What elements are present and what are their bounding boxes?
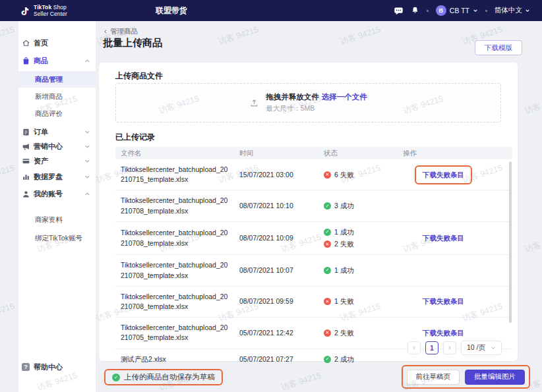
file-name-cell: Tiktoksellercenter_batchupload_20210705_… xyxy=(121,323,239,343)
topnav-affiliate[interactable]: 联盟带货 xyxy=(156,5,187,16)
products-icon xyxy=(22,57,30,65)
status-label: 1 成功 xyxy=(334,266,354,275)
table-header: 文件名 时间 状态 操作 xyxy=(115,147,512,159)
sidebar-item-label: 营销中心 xyxy=(34,142,63,152)
language-selector[interactable]: 简体中文 xyxy=(495,6,530,15)
table-scrollbar[interactable] xyxy=(509,161,512,323)
download-template-button[interactable]: 下载模版 xyxy=(475,40,522,55)
time-cell: 05/07/2021 12:42 xyxy=(239,328,324,338)
bar-chart-icon xyxy=(22,173,30,181)
top-bar: TikTok Shop Seller Center 联盟带货 B CB TT 简… xyxy=(0,0,542,21)
col-status: 状态 xyxy=(324,149,403,158)
download-failed-link[interactable]: 下载失败条目 xyxy=(423,329,464,337)
batch-upload-card: 上传商品文件 拖拽并释放文件选择一个文件 最大尺寸：5MB 已上传记录 文件名 … xyxy=(99,63,518,361)
max-size-label: 最大尺寸：5MB xyxy=(266,104,367,113)
success-icon: ✓ xyxy=(112,374,120,381)
upload-dropzone[interactable]: 拖拽并释放文件选择一个文件 最大尺寸：5MB xyxy=(115,83,501,123)
page-size-select[interactable]: 10 /页 xyxy=(461,341,502,355)
success-icon: ✓ xyxy=(324,356,331,363)
chevron-down-icon xyxy=(473,8,478,13)
file-name-cell: Tiktoksellercenter_batchupload_20210708_… xyxy=(121,228,239,248)
account-name: CB TT xyxy=(450,7,469,14)
watermark: 访客 94215 xyxy=(0,301,16,325)
sidebar-item-label: 帮助中心 xyxy=(34,362,63,372)
upload-icon xyxy=(249,98,259,108)
sidebar-item-product-manage[interactable]: 商品管理 xyxy=(18,71,96,88)
next-page-button[interactable] xyxy=(443,341,456,354)
time-cell: 08/07/2021 10:07 xyxy=(239,266,324,275)
status-cell: ✕6 失败 xyxy=(324,170,403,180)
action-cell: 下载失败条目 xyxy=(403,233,512,243)
avatar: B xyxy=(436,5,446,16)
file-name-cell: 测试产品2.xlsx xyxy=(121,354,239,364)
table-row: Tiktoksellercenter_batchupload_20210708_… xyxy=(115,190,512,221)
status-label: 2 成功 xyxy=(334,354,354,364)
sidebar-item-label: 我的账号 xyxy=(34,189,63,199)
status-fail: ✕1 失败 xyxy=(324,296,403,306)
file-name-cell: Tiktoksellercenter_batchupload_20210708_… xyxy=(121,292,239,312)
watermark: 访客 94215 xyxy=(524,94,542,117)
breadcrumb-back[interactable]: 管理商品 xyxy=(103,27,138,36)
auto-save-note: ✓ 上传的商品自动保存为草稿 xyxy=(104,369,223,385)
message-icon[interactable] xyxy=(394,6,404,16)
sidebar-item-label: 资产 xyxy=(34,156,48,166)
download-failed-link[interactable]: 下载失败条目 xyxy=(423,234,464,242)
chevron-down-icon xyxy=(525,8,530,13)
account-menu[interactable]: B CB TT xyxy=(436,5,478,16)
watermark: 访客 94215 xyxy=(217,24,260,48)
fail-icon: ✕ xyxy=(324,171,331,179)
upload-section-label: 上传商品文件 xyxy=(115,70,163,82)
status-label: 3 成功 xyxy=(334,201,354,211)
divider xyxy=(485,10,487,12)
current-page[interactable]: 1 xyxy=(425,341,438,354)
status-label: 2 失败 xyxy=(334,328,354,338)
pagination: 1 10 /页 xyxy=(407,341,502,355)
batch-edit-images-button[interactable]: 批量编辑图片 xyxy=(465,370,525,385)
status-label: 6 失败 xyxy=(334,170,354,180)
tiktok-shop-logo[interactable]: TikTok Shop Seller Center xyxy=(20,4,67,17)
records-section-label: 已上传记录 xyxy=(115,132,155,143)
sidebar-item-label: 订单 xyxy=(34,127,48,137)
watermark: 访客 94215 xyxy=(339,24,382,48)
chevron-down-icon xyxy=(84,158,90,164)
fail-icon: ✕ xyxy=(324,329,331,337)
sidebar-item-assets[interactable]: 资产 xyxy=(18,154,96,168)
go-drafts-button[interactable]: 前往草稿页 xyxy=(407,370,460,385)
bell-icon[interactable] xyxy=(411,6,419,15)
watermark: 访客 94215 xyxy=(280,370,322,392)
auto-save-note-label: 上传的商品自动保存为草稿 xyxy=(124,372,215,382)
sidebar-item-data-compass[interactable]: 数据罗盘 xyxy=(18,169,96,184)
status-fail: ✕2 失败 xyxy=(324,239,403,249)
time-cell: 08/07/2021 10:10 xyxy=(239,201,324,211)
sidebar-item-product-review[interactable]: 商品评价 xyxy=(18,107,96,121)
col-time: 时间 xyxy=(239,149,324,158)
sidebar-item-label: 商品 xyxy=(34,56,48,66)
sidebar-item-orders[interactable]: 订单 xyxy=(18,125,96,139)
sidebar-item-merchant-profile[interactable]: 商家资料 xyxy=(18,213,96,227)
col-filename: 文件名 xyxy=(121,149,239,158)
sidebar-item-bind-tiktok[interactable]: 绑定TikTok账号 xyxy=(18,231,96,246)
chevron-up-icon xyxy=(84,58,90,64)
sidebar-item-label: 首页 xyxy=(34,38,48,48)
choose-file-link[interactable]: 选择一个文件 xyxy=(322,93,367,101)
sidebar-item-my-account[interactable]: 我的账号 xyxy=(18,186,96,201)
sidebar-item-product-new[interactable]: 新增商品 xyxy=(18,90,96,104)
fail-icon: ✕ xyxy=(324,298,331,305)
tiktok-note-icon xyxy=(20,5,30,16)
status-label: 1 成功 xyxy=(334,227,354,237)
download-failed-link[interactable]: 下载失败条目 xyxy=(423,297,464,305)
sidebar: 首页 商品 商品管理 新增商品 商品评价 订单 营销中心 资产 数据罗盘 我的账… xyxy=(18,21,96,392)
status-success: ✓1 成功 xyxy=(324,266,403,275)
sidebar-item-help-center[interactable]: ? 帮助中心 xyxy=(18,360,96,374)
prev-page-button[interactable] xyxy=(407,341,421,354)
sidebar-item-home[interactable]: 首页 xyxy=(18,36,96,50)
status-cell: ✕1 失败 xyxy=(324,296,403,306)
sidebar-item-products[interactable]: 商品 xyxy=(18,53,96,68)
help-icon: ? xyxy=(22,363,30,371)
file-name-cell: Tiktoksellercenter_batchupload_20210708_… xyxy=(121,196,239,215)
sidebar-item-marketing[interactable]: 营销中心 xyxy=(18,139,96,154)
highlight-box: 下载失败条目 xyxy=(415,165,472,184)
status-label: 2 失败 xyxy=(334,239,354,249)
table-row: Tiktoksellercenter_batchupload_20210708_… xyxy=(115,222,512,255)
download-failed-link[interactable]: 下载失败条目 xyxy=(423,171,464,179)
